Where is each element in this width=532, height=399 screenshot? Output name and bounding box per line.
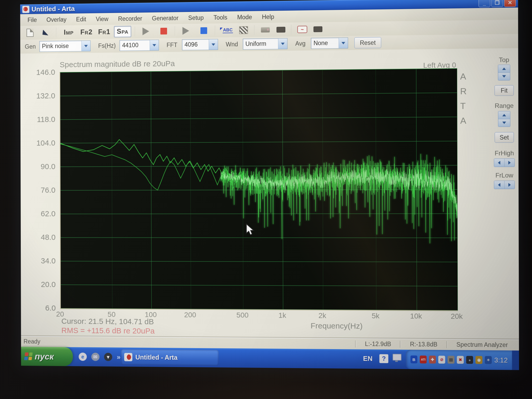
device-setup-button[interactable]	[275, 24, 287, 35]
menu-overlay[interactable]: Overlay	[42, 16, 71, 23]
generator-stop-button[interactable]	[198, 25, 210, 36]
toolbar-separator	[56, 28, 57, 37]
set-button[interactable]: Set	[495, 132, 514, 143]
monitor-screen: Untitled - Arta _ ❐ ✕ FileOverlayEditVie…	[20, 0, 519, 370]
menu-edit[interactable]: Edit	[71, 16, 91, 23]
mouse-cursor	[245, 223, 256, 235]
menu-setup[interactable]: Setup	[183, 14, 209, 21]
reset-button[interactable]: Reset	[354, 37, 381, 48]
window-select[interactable]: Uniform	[243, 38, 288, 50]
mode-button-fr2[interactable]: Fr2	[78, 28, 95, 36]
frhigh-spinner[interactable]	[494, 158, 515, 167]
overlay-view-button[interactable]	[238, 25, 250, 36]
window-title: Untitled - Arta	[31, 5, 75, 13]
no-entry-icon[interactable]: ⊘	[438, 356, 445, 364]
fft-size-select[interactable]: 4096	[182, 39, 218, 50]
chevron-down-icon[interactable]	[339, 38, 348, 48]
messenger-icon[interactable]: ▾	[104, 353, 112, 361]
menu-recorder[interactable]: Recorder	[113, 15, 147, 22]
spin-up-icon[interactable]	[498, 65, 510, 73]
spin-down-icon[interactable]	[498, 73, 510, 80]
ati-icon[interactable]: ATI	[420, 356, 427, 364]
frhigh-label: FrHigh	[486, 149, 523, 157]
pointer-tool-button[interactable]	[40, 27, 52, 38]
taskbar-window-button[interactable]: Untitled - Arta	[121, 349, 218, 366]
device-button[interactable]	[312, 24, 324, 35]
avg-label: Avg	[295, 40, 305, 47]
spin-right-icon[interactable]	[504, 159, 515, 167]
mode-button-fr1[interactable]: Fr1	[96, 28, 112, 36]
spin-down-icon[interactable]	[498, 119, 510, 127]
mail-icon[interactable]: ✉	[91, 353, 99, 361]
spin-right-icon[interactable]	[504, 181, 515, 189]
scanner-icon[interactable]: ▤	[448, 356, 455, 364]
watermark-letter: A	[460, 72, 467, 81]
language-indicator[interactable]: EN	[363, 355, 373, 363]
audio-manager-icon[interactable]: ◉	[476, 356, 483, 364]
status-mode: Spectrum Analyzer	[447, 341, 517, 349]
spectrum-plot[interactable]	[59, 68, 458, 311]
chevron-down-icon[interactable]	[150, 40, 159, 50]
level-meter-button[interactable]	[259, 24, 271, 36]
taskbar-clock[interactable]: 3:12	[494, 356, 512, 364]
generator-select[interactable]: Pink noise	[39, 41, 91, 52]
volume-muted-icon[interactable]: ✖	[457, 356, 464, 364]
spin-left-icon[interactable]	[494, 159, 504, 167]
chevron-down-icon[interactable]	[209, 39, 218, 50]
spin-left-icon[interactable]	[494, 181, 505, 189]
y-tick-label: 48.0	[25, 233, 56, 242]
top-spinner[interactable]	[498, 65, 510, 81]
samplerate-select[interactable]: 44100	[119, 40, 159, 51]
record-stop-button[interactable]	[158, 26, 170, 37]
toolbar-separator	[254, 25, 255, 35]
new-file-button[interactable]	[24, 27, 36, 38]
display-tray-icon[interactable]	[393, 354, 402, 361]
close-button[interactable]: ✕	[504, 0, 516, 7]
menu-help[interactable]: Help	[257, 13, 279, 21]
chevron-down-icon[interactable]	[81, 41, 90, 51]
status-right-level: R:-13.8dB	[400, 341, 447, 348]
record-play-button[interactable]	[140, 26, 152, 37]
grid-line-horizontal	[61, 308, 457, 310]
quicklaunch-expand-chevron[interactable]: »	[117, 353, 121, 361]
help-tray-icon[interactable]: ?	[379, 354, 388, 363]
frlow-spinner[interactable]	[494, 181, 515, 189]
labels-button[interactable]: ABC	[220, 25, 236, 36]
mode-button-imp[interactable]: Imp	[61, 28, 77, 36]
generator-value: Pink noise	[40, 41, 82, 51]
y-tick-label: 62.0	[25, 209, 56, 218]
restore-button[interactable]: ❐	[491, 0, 503, 7]
pointer-icon	[42, 30, 49, 36]
disc-icon[interactable]: ●	[466, 356, 473, 364]
antivirus-icon[interactable]: ✚	[429, 356, 436, 364]
app-icon	[22, 5, 29, 13]
menu-view[interactable]: View	[91, 15, 113, 23]
y-tick-label: 146.0	[25, 68, 55, 77]
bluetooth-icon[interactable]: B	[410, 355, 417, 363]
spectrum-chart	[60, 69, 458, 310]
x-tick-label: 20k	[451, 312, 463, 321]
averaging-select[interactable]: None	[311, 37, 348, 49]
x-tick-label: 10k	[410, 312, 422, 321]
y-tick-label: 34.0	[25, 256, 56, 265]
spectrum-trace-a	[60, 139, 243, 180]
menu-generator[interactable]: Generator	[147, 15, 183, 22]
internet-explorer-icon[interactable]: e	[79, 353, 87, 361]
toolbar-separator	[215, 25, 215, 35]
signal-generator-button[interactable]: ~	[296, 24, 308, 35]
generator-play-button[interactable]	[180, 25, 192, 36]
menu-file[interactable]: File	[23, 16, 42, 24]
menu-mode[interactable]: Mode	[232, 14, 257, 21]
chevron-down-icon[interactable]	[278, 38, 287, 49]
start-button[interactable]: пуск	[21, 347, 73, 366]
minimize-button[interactable]: _	[478, 0, 490, 7]
connection-icon[interactable]: ✶	[485, 356, 492, 364]
taskbar-edge	[512, 350, 519, 370]
menu-tools[interactable]: Tools	[209, 14, 232, 21]
spin-up-icon[interactable]	[498, 111, 510, 119]
grid-line-horizontal	[61, 285, 457, 286]
fit-button[interactable]: Fit	[495, 85, 514, 96]
windows-logo-icon	[24, 353, 33, 360]
mode-button-spa[interactable]: Spa	[114, 26, 131, 37]
range-spinner[interactable]	[498, 111, 510, 127]
